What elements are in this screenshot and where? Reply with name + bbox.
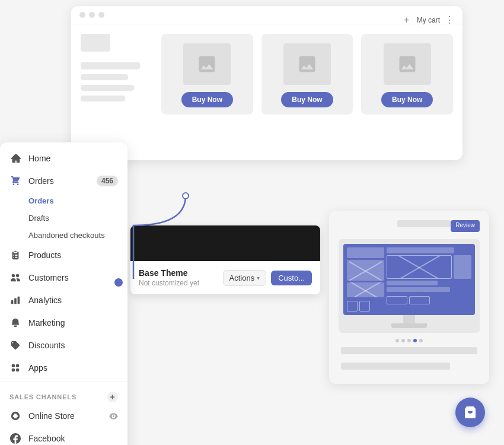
customers-icon — [9, 272, 21, 284]
screen-block-r7 — [409, 296, 430, 304]
sidebar-divider — [0, 382, 127, 382]
more-icon[interactable]: ⋮ — [445, 14, 454, 26]
discounts-icon — [9, 339, 21, 351]
sales-channels-label: SALES CHANNELS — [9, 393, 76, 401]
device-bottom-bars — [339, 347, 480, 374]
chevron-down-icon: ▾ — [257, 275, 260, 281]
marketing-icon — [9, 317, 21, 329]
buy-now-button-1[interactable]: Buy Now — [181, 92, 233, 107]
sidebar-item-home[interactable]: Home — [0, 147, 127, 170]
facebook-icon — [9, 433, 21, 444]
dot-3 — [407, 339, 411, 342]
nav-mock-1 — [81, 62, 140, 69]
apps-icon — [9, 362, 21, 374]
orders-badge: 456 — [97, 176, 118, 186]
connector-dot-sidebar — [114, 278, 123, 287]
home-icon — [9, 152, 21, 164]
store-sidebar-mock — [81, 34, 152, 115]
dot-4-active — [413, 339, 417, 342]
apps-label: Apps — [28, 363, 118, 373]
stand-base — [391, 323, 427, 328]
theme-info: Base Theme Not customized yet — [139, 268, 199, 287]
screen-right-col — [387, 247, 471, 312]
online-store-label: Online Store — [28, 411, 101, 421]
home-label: Home — [28, 154, 118, 163]
sidebar-item-facebook[interactable]: Facebook — [0, 427, 127, 445]
screen-block-r5 — [387, 287, 450, 292]
sidebar-item-discounts[interactable]: Discounts — [0, 334, 127, 357]
buy-now-button-3[interactable]: Buy Now — [381, 92, 433, 107]
review-badge: Review — [451, 220, 480, 232]
dot-indicators — [339, 339, 480, 342]
analytics-label: Analytics — [28, 295, 118, 305]
bottom-bar-1 — [341, 347, 477, 354]
add-sales-channel-button[interactable]: + — [107, 392, 118, 402]
sidebar-sub-abandoned[interactable]: Abandoned checkouts — [0, 227, 127, 244]
plus-icon[interactable]: + — [401, 15, 412, 26]
customers-label: Customers — [28, 273, 118, 282]
actions-dropdown[interactable]: Actions ▾ — [223, 270, 267, 286]
facebook-label: Facebook — [28, 434, 118, 443]
cart-area: + My cart ⋮ — [401, 14, 454, 26]
sidebar-item-customers[interactable]: Customers — [0, 266, 127, 289]
theme-actions: Actions ▾ Custo... — [223, 270, 312, 286]
product-image-2 — [283, 43, 331, 85]
sidebar-item-analytics[interactable]: Analytics — [0, 289, 127, 312]
monitor-stand — [343, 315, 475, 328]
monitor-screen — [343, 244, 475, 315]
sidebar-item-online-store[interactable]: Online Store — [0, 405, 127, 427]
device-header-bar — [397, 220, 451, 227]
sidebar-sub-orders[interactable]: Orders — [0, 192, 127, 209]
dot-2 — [401, 339, 405, 342]
screen-block-r2 — [387, 255, 452, 279]
theme-title: Base Theme — [139, 268, 199, 278]
window-dot-1 — [79, 12, 85, 18]
analytics-icon — [9, 294, 21, 306]
theme-card-header: Base Theme Not customized yet Actions ▾ … — [130, 261, 320, 294]
dot-5 — [419, 339, 423, 342]
my-cart-label: My cart — [417, 16, 440, 24]
screen-block-r4 — [387, 281, 438, 285]
window-dot-3 — [98, 12, 104, 18]
screen-block-5 — [359, 301, 370, 312]
screen-block-2 — [347, 260, 384, 281]
shopping-cart-fab[interactable] — [455, 398, 485, 427]
store-product-grid: Buy Now Buy Now Buy Now — [161, 34, 453, 115]
orders-sub-items: Orders Drafts Abandoned checkouts — [0, 192, 127, 244]
device-card: Review — [329, 211, 489, 384]
buy-now-button-2[interactable]: Buy Now — [281, 92, 333, 107]
screen-block-1 — [347, 247, 384, 258]
sidebar-item-apps[interactable]: Apps — [0, 357, 127, 379]
product-card-2: Buy Now — [261, 34, 353, 115]
eye-icon[interactable] — [109, 411, 118, 421]
monitor-frame — [339, 239, 480, 333]
products-icon — [9, 249, 21, 261]
product-image-3 — [384, 43, 431, 85]
screen-block-r1 — [387, 247, 454, 253]
product-image-1 — [183, 43, 231, 85]
sidebar-item-marketing[interactable]: Marketing — [0, 312, 127, 334]
screen-left-col — [347, 247, 384, 312]
sidebar-sub-drafts[interactable]: Drafts — [0, 209, 127, 227]
screen-block-3 — [347, 282, 384, 297]
nav-mock-4 — [81, 96, 125, 101]
svg-point-0 — [183, 193, 189, 199]
customize-button[interactable]: Custo... — [271, 271, 312, 285]
screen-block-r3 — [454, 255, 471, 279]
nav-mock-3 — [81, 85, 134, 91]
store-preview-body: Buy Now Buy Now Buy Now — [71, 24, 462, 124]
theme-card-dark-bg — [130, 225, 320, 261]
sidebar-item-orders[interactable]: Orders 456 — [0, 170, 127, 192]
store-preview-card: Buy Now Buy Now Buy Now + My cart ⋮ — [71, 6, 462, 160]
products-label: Products — [28, 250, 118, 260]
sidebar-item-products[interactable]: Products — [0, 244, 127, 266]
discounts-label: Discounts — [28, 341, 118, 350]
theme-subtitle: Not customized yet — [139, 279, 199, 287]
nav-mock-2 — [81, 74, 128, 80]
sidebar: Home Orders 456 Orders Drafts Abandoned … — [0, 142, 127, 445]
marketing-label: Marketing — [28, 318, 118, 328]
screen-block-r6 — [387, 296, 407, 304]
bottom-bar-2 — [341, 363, 450, 370]
window-dot-2 — [89, 12, 95, 18]
product-card-3: Buy Now — [361, 34, 453, 115]
